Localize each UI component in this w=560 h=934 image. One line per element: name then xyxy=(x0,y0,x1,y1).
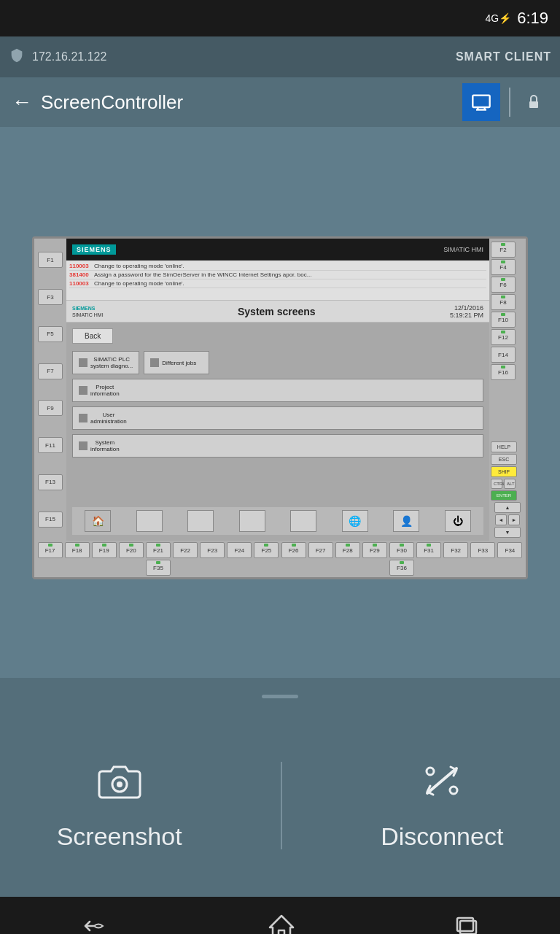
fkey-f17[interactable]: F17 xyxy=(38,542,63,558)
fkey-f13[interactable]: F13 xyxy=(38,474,63,490)
disconnect-icon xyxy=(420,761,464,809)
alt-key[interactable]: ALT xyxy=(504,479,516,489)
hmi-header: SIEMENS SIMATIC HMI xyxy=(66,239,489,260)
fkey-f34[interactable]: F34 xyxy=(497,542,522,558)
disconnect-button[interactable]: Disconnect xyxy=(366,746,518,865)
hmi-device: F1 F3 F5 F7 F9 F11 F13 F15 SIEMENS SIMAT… xyxy=(32,236,528,579)
fkey-f28[interactable]: F28 xyxy=(335,542,360,558)
fkey-f32[interactable]: F32 xyxy=(443,542,468,558)
hmi-title-row: SIEMENS SIMATIC HMI System screens 12/1/… xyxy=(66,301,489,323)
esc-key[interactable]: ESC xyxy=(491,454,517,465)
fkey-f21[interactable]: F21 xyxy=(146,542,171,558)
hmi-home-btn[interactable]: 🏠 xyxy=(85,510,111,532)
fkey-f8[interactable]: F8 xyxy=(491,294,516,310)
fkey-f25[interactable]: F25 xyxy=(254,542,279,558)
fkey-f33[interactable]: F33 xyxy=(470,542,495,558)
fkey-f27[interactable]: F27 xyxy=(308,542,333,558)
hmi-btn-2[interactable] xyxy=(136,510,163,532)
top-spacer xyxy=(0,127,560,233)
hmi-btn-5[interactable] xyxy=(290,510,316,532)
project-info-button[interactable]: Projectinformation xyxy=(72,379,483,402)
hmi-menu-grid: SIMATIC PLCsystem diagno... Different jo… xyxy=(72,351,483,458)
hmi-back-button[interactable]: Back xyxy=(72,328,113,344)
fkey-f29[interactable]: F29 xyxy=(362,542,387,558)
fkey-f31[interactable]: F31 xyxy=(416,542,441,558)
ip-address: 172.16.21.122 xyxy=(32,50,456,63)
android-home-button[interactable] xyxy=(268,913,295,934)
jobs-label: Different jobs xyxy=(162,360,196,366)
nav-bar: ← ScreenController xyxy=(0,77,560,127)
screenshot-button[interactable]: Screenshot xyxy=(42,746,197,865)
android-recent-button[interactable] xyxy=(454,915,481,934)
hmi-btn-4[interactable] xyxy=(239,510,265,532)
alarm-text: Change to operating mode 'online'. xyxy=(94,280,184,287)
fkey-f1[interactable]: F1 xyxy=(38,252,63,268)
hmi-time: 5:19:21 PM xyxy=(450,312,483,319)
fkey-f14[interactable]: F14 xyxy=(491,347,516,363)
fkey-f7[interactable]: F7 xyxy=(38,363,63,379)
network-icon: 4G⚡ xyxy=(485,12,511,24)
project-icon xyxy=(79,386,88,395)
connection-bar: 172.16.21.122 SMART CLIENT xyxy=(0,36,560,77)
fkey-f4[interactable]: F4 xyxy=(491,259,516,275)
simatic-plc-button[interactable]: SIMATIC PLCsystem diagno... xyxy=(72,351,139,374)
fkey-f20[interactable]: F20 xyxy=(119,542,144,558)
different-jobs-button[interactable]: Different jobs xyxy=(144,351,209,374)
project-label: Projectinformation xyxy=(90,384,120,397)
shift-key[interactable]: SHIF xyxy=(491,466,517,477)
sysinfo-label: Systeminformation xyxy=(90,439,120,452)
fkey-f5[interactable]: F5 xyxy=(38,326,63,342)
alarm-row: 110003 Change to operating mode 'online'… xyxy=(69,279,486,288)
scroll-down-btn[interactable]: ▼ xyxy=(494,527,521,538)
help-key[interactable]: HELP xyxy=(491,441,517,452)
fkey-f24[interactable]: F24 xyxy=(227,542,252,558)
alarm-row: 110003 Change to operating mode 'online'… xyxy=(69,262,486,271)
lock-button[interactable] xyxy=(519,88,548,117)
system-info-button[interactable]: Systeminformation xyxy=(72,434,483,458)
fkey-f6[interactable]: F6 xyxy=(491,277,516,293)
user-label: Useradministration xyxy=(90,412,127,425)
fkey-f19[interactable]: F19 xyxy=(92,542,117,558)
bottom-spacer xyxy=(0,583,560,678)
sysinfo-icon xyxy=(79,441,88,450)
hmi-screen: SIEMENS SIMATIC HMI 110003 Change to ope… xyxy=(66,239,489,541)
hmi-top: F1 F3 F5 F7 F9 F11 F13 F15 SIEMENS SIMAT… xyxy=(34,239,526,541)
drag-handle[interactable] xyxy=(262,695,298,698)
alarm-num: 110003 xyxy=(69,280,91,287)
screen-view-button[interactable] xyxy=(462,83,500,121)
fkey-f23[interactable]: F23 xyxy=(200,542,225,558)
fkey-f12[interactable]: F12 xyxy=(491,329,516,345)
hmi-btn-3[interactable] xyxy=(187,510,214,532)
fkey-f16[interactable]: F16 xyxy=(491,364,516,380)
fkey-f9[interactable]: F9 xyxy=(38,400,63,416)
hmi-person-btn[interactable]: 👤 xyxy=(393,510,419,532)
scroll-up-btn[interactable]: ▲ xyxy=(494,502,521,513)
back-button[interactable]: ← xyxy=(12,90,32,114)
fkey-f26[interactable]: F26 xyxy=(281,542,306,558)
svg-point-9 xyxy=(427,768,434,775)
fkey-f35[interactable]: F35 xyxy=(146,560,171,576)
siemens-hmi-brand: SIEMENS xyxy=(72,306,104,311)
android-back-button[interactable] xyxy=(79,915,109,934)
user-admin-button[interactable]: Useradministration xyxy=(72,406,483,430)
svg-point-10 xyxy=(450,787,457,794)
fkey-f2[interactable]: F2 xyxy=(491,242,516,258)
enter-key[interactable]: ENTER xyxy=(491,490,517,501)
fkey-f36[interactable]: F36 xyxy=(389,560,414,576)
scroll-left-btn[interactable]: ◄ xyxy=(495,514,507,525)
fkey-f30[interactable]: F30 xyxy=(389,542,414,558)
svg-marker-11 xyxy=(270,916,293,934)
hmi-globe-btn[interactable]: 🌐 xyxy=(342,510,368,532)
ctrl-key[interactable]: CTRL xyxy=(491,479,502,489)
svg-rect-5 xyxy=(529,101,538,108)
fkey-f10[interactable]: F10 xyxy=(491,312,516,328)
hmi-power-btn[interactable]: ⏻ xyxy=(445,510,471,532)
fkey-f22[interactable]: F22 xyxy=(173,542,198,558)
alarm-num: 110003 xyxy=(69,263,91,269)
fkey-f11[interactable]: F11 xyxy=(38,437,63,453)
user-icon xyxy=(79,414,88,422)
fkey-f3[interactable]: F3 xyxy=(38,289,63,305)
scroll-right-btn[interactable]: ► xyxy=(508,514,520,525)
fkey-f15[interactable]: F15 xyxy=(38,512,63,528)
fkey-f18[interactable]: F18 xyxy=(65,542,90,558)
